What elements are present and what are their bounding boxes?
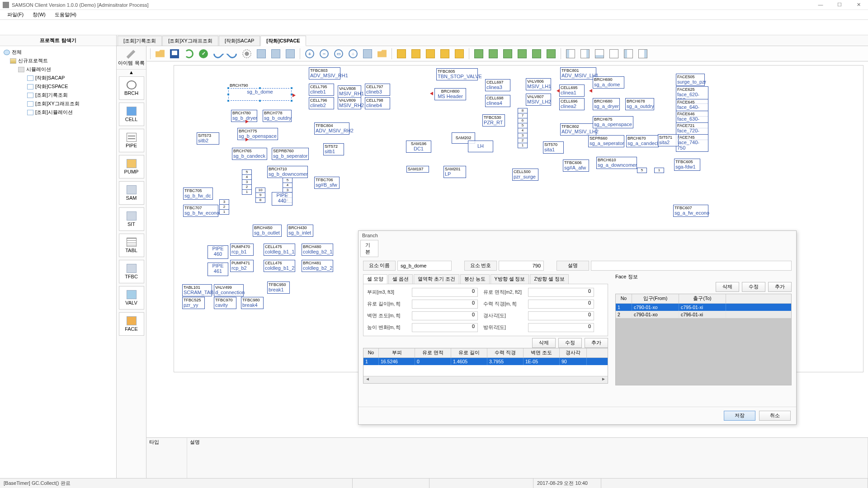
node-sam196[interactable]: SAM196DC1 [406, 141, 431, 153]
panel-5[interactable] [622, 47, 635, 60]
node-lh[interactable]: LH [468, 141, 493, 152]
node-brch778[interactable]: BRCH778sg_b_outdry [263, 110, 292, 122]
align-4[interactable] [515, 47, 529, 60]
dialog-save-button[interactable]: 저장 [724, 411, 755, 421]
node-seprb760[interactable]: SEPRB760sg_b_seperator [272, 148, 309, 160]
node-tfbc801[interactable]: TFBC801ADV_MSIV_LH1 [560, 67, 596, 80]
tool-a[interactable] [255, 47, 268, 60]
subtab-boron[interactable]: 붕산 농도 [460, 274, 490, 284]
node-sit572[interactable]: SIT572sitb1 [323, 143, 344, 155]
tree-project[interactable]: 신규프로젝트 [2, 56, 114, 65]
node-pump471[interactable]: PUMP471rcp_b2 [230, 260, 254, 272]
settings-button[interactable] [240, 47, 254, 60]
branch-dialog[interactable]: Branch 기본 요소 이름 sg_b_dome 요소 번호 790 설명 셀… [358, 230, 797, 425]
subtab-zcell[interactable]: Z방향 셀 정보 [530, 274, 568, 284]
panel-2[interactable] [578, 47, 592, 60]
node-face505[interactable]: FACE505surge_to_pzr [676, 74, 705, 86]
stack-3[interactable]: 1098 [255, 188, 265, 202]
subtab-shape[interactable]: 셀 모양 [363, 274, 387, 284]
open-button[interactable] [153, 47, 167, 60]
face-grid[interactable]: No 입구(From) 출구(To) 1 c790-01-xo c795-01-… [615, 294, 792, 385]
node-cell475[interactable]: CELL475coldleg_b1_1 [264, 244, 295, 256]
zoom-out-button[interactable] [317, 47, 331, 60]
node-brch800[interactable]: BRCH800MS Header [434, 88, 466, 100]
node-cell476[interactable]: CELL476coldleg_b1_2 [264, 260, 295, 272]
node-brch680[interactable]: BRCH680sg_a_dryer [593, 98, 620, 110]
node-tabl101[interactable]: TABL101SCRAM_TABLE [182, 284, 212, 296]
node-tfbc530[interactable]: TFBC530PZR_RT [482, 114, 505, 127]
undo-button[interactable] [211, 47, 225, 60]
menu-help[interactable]: 도움말(H) [50, 11, 81, 18]
input-element-name[interactable]: sg_b_dome [397, 261, 452, 271]
stack-4[interactable]: 321 [219, 199, 229, 214]
panel-6[interactable] [636, 47, 650, 60]
input-hd[interactable]: 0 [528, 300, 594, 309]
save-button[interactable] [168, 47, 181, 60]
dialog-tab-basic[interactable]: 기본 [360, 240, 378, 257]
node-cell798[interactable]: CELL798clineb4 [365, 97, 390, 109]
maximize-button[interactable]: ☐ [833, 2, 846, 8]
validate-button[interactable] [197, 47, 210, 60]
subtab-option[interactable]: 셀 옵션 [388, 274, 413, 284]
input-dh[interactable]: 0 [412, 323, 478, 332]
node-pipe460[interactable]: PIPE 460 [208, 245, 228, 259]
node-pump470[interactable]: PUMP470rcp_b1 [230, 244, 254, 256]
stack-1[interactable]: 87654321 [518, 108, 528, 148]
cell-edit-button[interactable]: 수정 [558, 338, 582, 348]
tab-cspace[interactable]: [작화]CSPACE [260, 36, 306, 46]
node-tfbc707[interactable]: TFBC707sg_b_fw_econo [183, 205, 218, 217]
input-vol[interactable]: 0 [412, 288, 478, 297]
refresh-button[interactable] [182, 47, 196, 60]
node-brch670[interactable]: BRCH670sg_a_candeck [626, 135, 659, 147]
tab-sacap[interactable]: [작화]SACAP [219, 36, 260, 46]
node-tfbc980[interactable]: TFBC980break4 [241, 297, 264, 309]
menu-file[interactable]: 파일(F) [3, 11, 28, 18]
node-valv807[interactable]: VALV807MSIV_LH2 [526, 94, 551, 106]
node-tfbc804[interactable]: TFBC804ADV_MSIV_RH2 [314, 122, 349, 135]
tree-root[interactable]: 전체 [2, 48, 114, 56]
zoom-100-button[interactable] [346, 47, 360, 60]
node-tfbc606[interactable]: TFBC606sg#A_afw [563, 160, 589, 172]
node-cell500[interactable]: CELL500pzr_surge [512, 169, 538, 181]
node-tfbc805[interactable]: TFBC805TBN_STOP_VALVE [436, 68, 478, 80]
node-sam197[interactable]: SAM197 [406, 166, 429, 173]
menu-window[interactable]: 창(W) [28, 11, 50, 18]
node-tfbc525[interactable]: TFBC525pzr_yy [182, 297, 205, 309]
cell-row-1[interactable]: 1 16.5246 0 1.4605 3.7955 1E-05 90 [363, 358, 608, 365]
close-button[interactable]: ✕ [852, 2, 865, 8]
group-3[interactable] [424, 47, 437, 60]
node-brch480[interactable]: BRCH480coldleg_b2_1 [302, 244, 333, 256]
node-cell698[interactable]: CELL698clinea4 [485, 95, 510, 107]
node-cell795[interactable]: CELL795clineb1 [309, 84, 334, 96]
face-add-button[interactable]: 추가 [768, 282, 792, 292]
input-az[interactable]: 0 [528, 323, 594, 332]
node-tfbc802[interactable]: TFBC802ADV_MSIV_LH2 [560, 123, 596, 136]
stack-2[interactable]: 54321 [242, 169, 252, 194]
zoom-fit-button[interactable] [332, 47, 345, 60]
group-1[interactable] [395, 47, 408, 60]
node-cell697[interactable]: CELL697clinea3 [485, 79, 510, 91]
node-cell696[interactable]: CELL696clinea2 [559, 98, 585, 110]
panel-1[interactable] [564, 47, 577, 60]
subtab-ycell[interactable]: Y방향 셀 정보 [491, 274, 529, 284]
node-valv806[interactable]: VALV806MSIV_LH1 [526, 78, 551, 90]
minimize-button[interactable]: — [814, 2, 827, 8]
tree-item-cspace[interactable]: [작화]CSPACE [2, 82, 114, 91]
tree-item-sacap[interactable]: [작화]SACAP [2, 74, 114, 82]
node-brch430[interactable]: BRCH430sg_b_inlet [287, 225, 313, 237]
tool-b[interactable] [269, 47, 283, 60]
tree-item-record[interactable]: [조회]기록조회 [2, 91, 114, 99]
print-button[interactable] [283, 47, 297, 60]
node-valv499[interactable]: VALV499d_connection [214, 284, 244, 296]
node-tfbc970[interactable]: TFBC970cavity [214, 297, 236, 309]
node-brch450[interactable]: BRCH450sg_b_outlet [253, 225, 282, 237]
align-2[interactable] [486, 47, 500, 60]
palette-sit[interactable]: SIT [119, 207, 144, 231]
node-tfbc950[interactable]: TFBC950break1 [267, 282, 290, 294]
input-element-no[interactable]: 790 [499, 261, 544, 271]
zoom-in-button[interactable] [303, 47, 316, 60]
cell-grid[interactable]: No 부피 유로 면적 유로 길이 수력 직경 벽면 조도 경사각 1 16.5… [363, 348, 608, 384]
node-face745[interactable]: FACE745face_740-750 [676, 134, 708, 152]
node-tfbc607[interactable]: TFBC607sg_a_fw_econo [673, 205, 708, 217]
face-row-1[interactable]: 1 c790-01-xo c795-01-xi [616, 304, 791, 311]
